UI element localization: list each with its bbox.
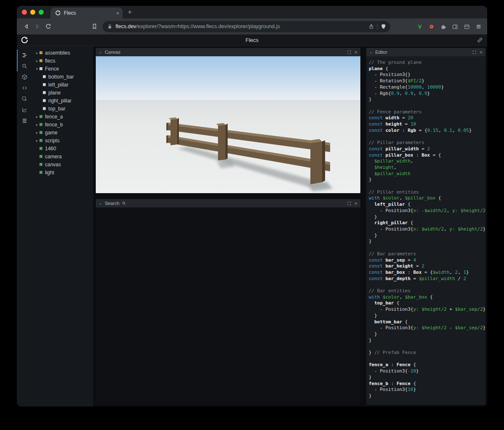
queries-icon[interactable]	[17, 115, 32, 126]
tree-item-label: canvas	[45, 162, 61, 168]
code-line: left_pillar {	[369, 202, 486, 208]
share-link-icon[interactable]	[477, 37, 483, 43]
back-button[interactable]	[21, 21, 32, 32]
app-main: ▸assemblies▸flecs▾Fencebottom_barleft_pi…	[17, 46, 487, 406]
url-domain: flecs.dev	[116, 24, 136, 29]
chevron-right-icon[interactable]: ▸	[34, 51, 39, 55]
tree-item-Fence[interactable]: ▾Fence	[32, 65, 93, 73]
editor-column: ⌄ Editor × // The ground planeplane { - …	[366, 48, 486, 405]
code-line: - Rotation3{$PI/2}	[369, 78, 486, 84]
entity-kind-square	[39, 147, 42, 150]
code-line	[369, 282, 486, 288]
search-panel-title: Search	[105, 201, 119, 206]
extensions-puzzle-icon[interactable]	[438, 21, 449, 32]
share-icon[interactable]	[368, 24, 374, 29]
code-line: const width = 20	[369, 115, 486, 121]
flecs-favicon-icon	[55, 10, 61, 16]
code-line: } // Prefab Fence	[369, 350, 486, 356]
fence-3d-scene	[96, 56, 360, 193]
panel-chevron-icon[interactable]: ⌄	[99, 50, 102, 54]
chevron-right-icon[interactable]: ▸	[34, 115, 39, 119]
address-bar[interactable]: flecs.dev/explorer/?wasm=https://www.fle…	[102, 21, 390, 32]
chevron-right-icon[interactable]: ▸	[34, 139, 39, 143]
script-editor[interactable]: // The ground planeplane { - Position3{}…	[366, 56, 486, 405]
browser-window: Flecs × +	[17, 6, 487, 406]
zoom-window-button[interactable]	[39, 10, 44, 15]
statistics-icon[interactable]	[17, 104, 32, 115]
tree-item-light[interactable]: light	[32, 168, 93, 176]
tree-item-label: bottom_bar	[48, 74, 74, 80]
code-line	[369, 343, 486, 350]
close-panel-icon[interactable]: ×	[354, 201, 357, 206]
inspector-icon[interactable]	[17, 93, 32, 104]
recorder-extension-icon[interactable]	[426, 21, 437, 32]
tree-item-left_pillar[interactable]: left_pillar	[32, 81, 93, 89]
brave-shield-icon[interactable]	[381, 24, 386, 29]
code-line: - Position3{y: $height/2 - $bar_sep/2}	[369, 325, 486, 331]
tree-item-game[interactable]: ▸game	[32, 128, 93, 136]
code-line: - Position3{x: -$width/2, y: $height/2}	[369, 208, 486, 214]
code-line: // Bar parameters	[369, 251, 486, 257]
close-panel-icon[interactable]: ×	[479, 50, 483, 55]
tree-item-top_bar[interactable]: top_bar	[32, 105, 93, 113]
reload-button[interactable]	[43, 21, 54, 32]
code-line: $pillar_width	[369, 171, 486, 177]
tree-item-label: left_pillar	[48, 82, 68, 88]
code-line: const bar_depth = $pillar_width / 2	[369, 276, 486, 282]
tree-item-fence_a[interactable]: ▸fence_a	[32, 113, 93, 121]
tree-item-plane[interactable]: plane	[32, 89, 93, 97]
code-editor-icon[interactable]	[17, 82, 32, 93]
side-panel-icon[interactable]	[450, 21, 460, 32]
expand-panel-icon[interactable]	[347, 50, 352, 55]
tree-item-label: light	[45, 170, 54, 176]
browser-tab[interactable]: Flecs ×	[50, 8, 123, 18]
chevron-right-icon[interactable]: ▸	[34, 59, 39, 63]
code-line: // Bar entities	[369, 288, 486, 294]
tree-item-bottom_bar[interactable]: bottom_bar	[32, 73, 93, 81]
panel-chevron-icon[interactable]: ⌄	[99, 201, 102, 205]
vimium-extension-icon[interactable]: V	[415, 21, 425, 32]
canvas-panel: ⌄ Canvas ×	[96, 48, 360, 193]
tree-item-label: assemblies	[45, 50, 70, 56]
wallet-icon[interactable]	[462, 21, 472, 32]
canvas-cube-icon[interactable]	[17, 71, 32, 82]
tab-close-icon[interactable]: ×	[116, 10, 119, 16]
tree-item-1460[interactable]: 1460	[32, 144, 93, 152]
tree-item-canvas[interactable]: canvas	[32, 160, 93, 168]
close-panel-icon[interactable]: ×	[354, 50, 357, 55]
expand-panel-icon[interactable]	[472, 50, 477, 55]
minimize-window-button[interactable]	[30, 10, 35, 15]
close-window-button[interactable]	[22, 10, 27, 15]
forward-button[interactable]	[32, 21, 43, 32]
chevron-right-icon[interactable]: ▸	[34, 131, 39, 135]
code-line: - Rectangle{10000, 10000}	[369, 84, 486, 91]
search-icon[interactable]	[17, 60, 32, 71]
browser-toolbar: flecs.dev/explorer/?wasm=https://www.fle…	[17, 18, 487, 34]
tree-item-fence_b[interactable]: ▸fence_b	[32, 121, 93, 128]
menu-icon[interactable]	[473, 21, 484, 32]
search-panel-header: ⌄ Search ×	[96, 199, 360, 207]
tree-item-scripts[interactable]: ▸scripts	[32, 136, 93, 144]
tree-item-flecs[interactable]: ▸flecs	[32, 57, 93, 65]
code-line	[369, 183, 486, 189]
tree-item-label: flecs	[45, 58, 55, 64]
editor-panel-title: Editor	[375, 50, 387, 55]
canvas-3d-viewport[interactable]	[96, 56, 360, 193]
new-tab-button[interactable]: +	[128, 8, 132, 16]
panel-chevron-icon[interactable]: ⌄	[369, 50, 373, 54]
traffic-lights	[22, 10, 44, 15]
tree-item-label: scripts	[45, 138, 60, 144]
bookmark-icon[interactable]	[89, 21, 100, 32]
chevron-right-icon[interactable]: ▸	[34, 123, 39, 127]
entity-tree-icon[interactable]	[17, 50, 32, 60]
search-results-area[interactable]	[96, 207, 360, 405]
expand-panel-icon[interactable]	[347, 201, 352, 206]
tree-item-camera[interactable]: camera	[32, 152, 93, 160]
code-line: bottom_bar {	[369, 319, 486, 325]
entity-kind-square	[43, 107, 46, 110]
entity-kind-square	[43, 91, 46, 94]
tree-item-right_pillar[interactable]: right_pillar	[32, 97, 93, 105]
tree-item-assemblies[interactable]: ▸assemblies	[32, 49, 93, 57]
desktop-background: Flecs × +	[0, 0, 504, 430]
chevron-down-icon[interactable]: ▾	[34, 67, 39, 71]
